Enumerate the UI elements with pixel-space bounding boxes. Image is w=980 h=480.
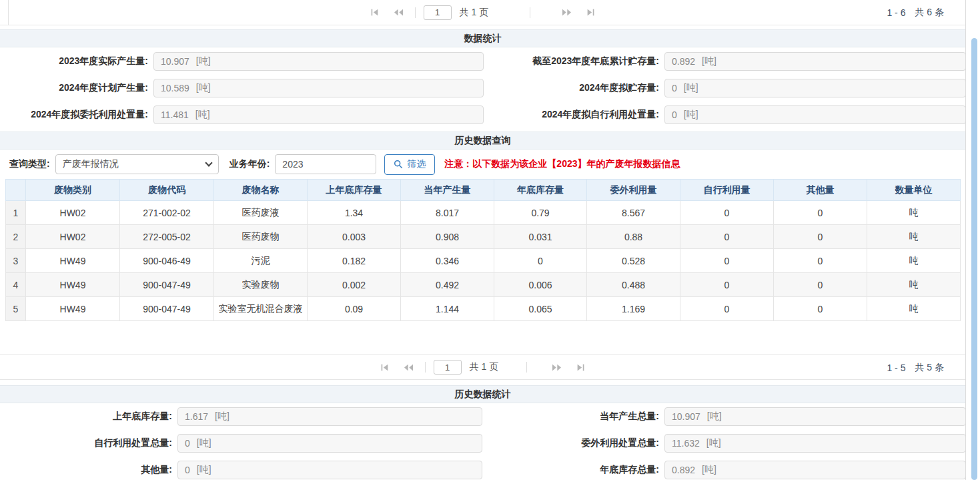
- cell-other: 0: [774, 273, 867, 297]
- cell-unit: 吨: [867, 297, 961, 321]
- field-other-total: 其他量: 0 [吨]: [7, 461, 482, 479]
- field-unit: [吨]: [707, 411, 722, 423]
- field-prev-year-stock-total: 上年底库存量: 1.617 [吨]: [7, 407, 482, 426]
- field-year-end-stock-total: 年底库存总量: 0.892 [吨]: [494, 461, 966, 479]
- field-label: 2024年度拟自行利用处置量:: [494, 109, 659, 121]
- col-header: 当年产生量: [401, 180, 494, 201]
- top-pager: 共 1 页: [367, 5, 599, 20]
- cell-outsourced-use: 8.567: [587, 201, 680, 225]
- field-unit: [吨]: [702, 464, 716, 476]
- field-self-disposal-total: 自行利用处置总量: 0 [吨]: [7, 434, 482, 453]
- col-header: 年底库存量: [494, 180, 587, 201]
- section-title: 数据统计: [464, 33, 502, 45]
- history-query-bar: 查询类型: 产废年报情况 业务年份: 筛选 注意：以下数据为该企业【2023】年…: [0, 153, 965, 176]
- table-row[interactable]: 2 HW02 272-005-02 医药废物 0.003 0.908 0.031…: [6, 225, 961, 249]
- cell-unit: 吨: [867, 249, 961, 273]
- field-value: 0: [672, 109, 677, 120]
- cell-waste-category: HW49: [26, 249, 120, 273]
- business-year-label: 业务年份:: [229, 158, 270, 170]
- pager-divider: [425, 362, 426, 373]
- first-page-icon[interactable]: [367, 5, 383, 20]
- cell-waste-code: 900-047-49: [120, 273, 214, 297]
- previous-page-icon[interactable]: [401, 360, 417, 375]
- cell-prev-year-stock: 0.003: [308, 225, 401, 249]
- stats-form-right-column: 截至2023年度年底累计贮存量: 0.892 [吨] 2024年度拟贮存量: 0…: [494, 52, 966, 132]
- filter-button-label: 筛选: [407, 158, 426, 170]
- readonly-value-box: 11.481 [吨]: [153, 105, 484, 124]
- row-number: 5: [6, 297, 26, 321]
- cell-waste-name: 污泥: [214, 249, 308, 273]
- field-unit: [吨]: [684, 109, 698, 121]
- cell-self-use: 0: [680, 297, 774, 321]
- table-row[interactable]: 1 HW02 271-002-02 医药废液 1.34 8.017 0.79 8…: [6, 201, 961, 225]
- table-row[interactable]: 3 HW49 900-046-49 污泥 0.182 0.346 0 0.528…: [6, 249, 961, 273]
- field-label: 自行利用处置总量:: [7, 437, 172, 449]
- cell-self-use: 0: [680, 225, 774, 249]
- query-type-select[interactable]: 产废年报情况: [55, 154, 219, 174]
- col-header: 自行利用量: [680, 180, 774, 201]
- previous-page-icon[interactable]: [391, 5, 407, 20]
- bottom-pagination-toolbar: 共 1 页 1 - 5 共 5 条: [0, 354, 965, 380]
- field-value: 0: [185, 438, 190, 449]
- cell-self-use: 0: [680, 273, 774, 297]
- bottom-pager: 共 1 页: [377, 360, 589, 375]
- cell-waste-name: 实验废物: [214, 273, 308, 297]
- row-number: 4: [6, 273, 26, 297]
- cell-year-output: 0.492: [401, 273, 494, 297]
- col-header: 数量单位: [867, 180, 961, 201]
- table-row[interactable]: 4 HW49 900-047-49 实验废物 0.002 0.492 0.006…: [6, 273, 961, 297]
- cell-outsourced-use: 0.528: [587, 249, 680, 273]
- field-value: 11.481: [161, 109, 189, 120]
- scrollbar-thumb[interactable]: [971, 38, 977, 480]
- cell-waste-name: 医药废物: [214, 225, 308, 249]
- search-icon: [394, 160, 403, 169]
- cell-year-end-stock: 0: [494, 249, 587, 273]
- cell-unit: 吨: [867, 273, 961, 297]
- field-unit: [吨]: [195, 109, 210, 121]
- hazardous-waste-report-page: 共 1 页 1 - 6 共 6 条 数据统计 2023年度实际产生量: 10.9…: [0, 0, 980, 480]
- field-label: 2024年度拟委托利用处置量:: [7, 109, 148, 121]
- pager-divider: [530, 7, 530, 18]
- readonly-value-box: 0 [吨]: [177, 461, 482, 479]
- cell-outsourced-use: 0.88: [587, 225, 680, 249]
- selected-option: 产废年报情况: [63, 158, 119, 170]
- history-stats-right-column: 当年产生总量: 10.907 [吨] 委外利用处置总量: 11.632 [吨] …: [494, 407, 966, 480]
- pager-divider: [415, 7, 416, 18]
- next-page-icon[interactable]: [558, 5, 574, 20]
- readonly-value-box: 0 [吨]: [664, 105, 966, 124]
- field-unit: [吨]: [197, 437, 211, 449]
- cell-unit: 吨: [867, 201, 961, 225]
- col-header: 废物代码: [120, 180, 214, 201]
- page-number-input[interactable]: [434, 360, 462, 375]
- cell-waste-name: 实验室无机混合废液: [214, 297, 308, 321]
- table-row[interactable]: 5 HW49 900-047-49 实验室无机混合废液 0.09 1.144 0…: [6, 297, 961, 321]
- field-label: 上年底库存量:: [7, 411, 172, 423]
- field-2023-actual-output: 2023年度实际产生量: 10.907 [吨]: [7, 52, 484, 71]
- col-header: 废物类别: [26, 180, 120, 201]
- business-year-input[interactable]: [275, 154, 376, 174]
- first-page-icon[interactable]: [377, 360, 393, 375]
- field-unit: [吨]: [215, 411, 229, 423]
- field-label: 其他量:: [7, 464, 172, 476]
- cell-prev-year-stock: 0.002: [308, 273, 401, 297]
- page-number-input[interactable]: [424, 5, 452, 20]
- field-unit: [吨]: [706, 437, 721, 449]
- filter-button[interactable]: 筛选: [384, 154, 435, 175]
- field-2024-self-disposal: 2024年度拟自行利用处置量: 0 [吨]: [494, 105, 966, 124]
- col-header: 其他量: [774, 180, 867, 201]
- last-page-icon[interactable]: [582, 5, 598, 20]
- field-unit: [吨]: [684, 82, 698, 94]
- next-page-icon[interactable]: [548, 360, 564, 375]
- last-page-icon[interactable]: [572, 360, 588, 375]
- history-table-wrapper: 废物类别 废物代码 废物名称 上年底库存量 当年产生量 年底库存量 委外利用量 …: [5, 179, 961, 321]
- cell-self-use: 0: [680, 201, 774, 225]
- field-2024-planned-storage: 2024年度拟贮存量: 0 [吨]: [494, 79, 966, 97]
- cell-prev-year-stock: 0.09: [308, 297, 401, 321]
- pager-divider: [526, 362, 527, 373]
- field-label: 年底库存总量:: [494, 464, 659, 476]
- cell-prev-year-stock: 0.182: [308, 249, 401, 273]
- scrollbar-track[interactable]: [966, 0, 980, 480]
- cell-waste-code: 900-047-49: [120, 297, 214, 321]
- cell-outsourced-use: 0.488: [587, 273, 680, 297]
- cell-waste-code: 272-005-02: [120, 225, 214, 249]
